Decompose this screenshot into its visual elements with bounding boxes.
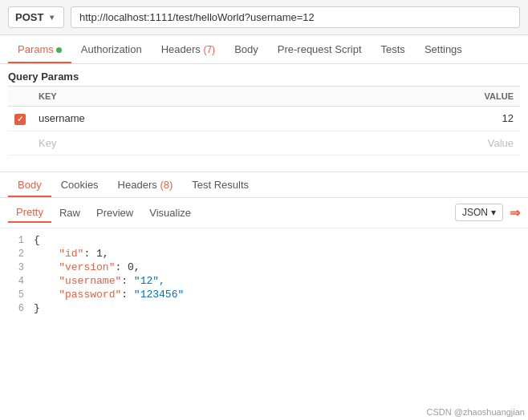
code-val-password: "123456" [128,289,184,301]
placeholder-key[interactable]: Key [32,131,317,155]
response-headers-badge: (8) [160,179,173,191]
line-num-2: 2 [8,248,24,260]
query-params-section: Query Params KEY VALUE ✓ username 12 [0,64,528,155]
line-num-1: 1 [8,235,24,246]
watermark: CSDN @zhaoshuangjian [427,407,525,417]
code-line-5: 5 "password": "123456" [0,288,528,301]
format-tab-raw[interactable]: Raw [51,204,88,222]
response-tabs: Body Cookies Headers (8) Test Results [0,172,528,198]
placeholder-row: Key Value [8,131,520,155]
col-checkbox [8,87,32,107]
code-key-version: "version" [59,261,115,273]
format-tab-preview[interactable]: Preview [88,204,141,222]
table-row: ✓ username 12 [8,107,520,131]
col-key: KEY [32,87,317,107]
query-params-title: Query Params [8,71,520,83]
wrap-icon: ⇒ [510,206,520,220]
code-line-1: 1 { [0,233,528,247]
code-key-id: "id" [59,248,83,260]
params-dot [56,47,62,53]
checkmark-icon: ✓ [17,115,23,123]
wrap-button[interactable]: ⇒ [510,205,520,220]
tab-headers[interactable]: Headers (7) [152,35,225,63]
tab-body[interactable]: Body [225,35,268,63]
param-checkbox[interactable]: ✓ [14,114,26,125]
code-line-2: 2 "id": 1, [0,247,528,260]
close-brace: } [34,302,40,314]
code-area: 1 { 2 "id": 1, 3 "version": 0, 4 "userna… [0,228,528,320]
format-tab-visualize[interactable]: Visualize [141,204,199,222]
line-num-4: 4 [8,276,24,287]
tab-authorization[interactable]: Authorization [71,35,152,63]
json-chevron-icon: ▾ [491,207,496,218]
url-input[interactable] [71,6,520,28]
format-row: Pretty Raw Preview Visualize JSON ▾ ⇒ [0,198,528,228]
empty-checkbox-cell [8,131,32,155]
params-table: KEY VALUE ✓ username 12 Key Value [8,86,520,155]
method-select[interactable]: POST ▾ [8,6,64,28]
col-value: VALUE [317,87,520,107]
response-tab-test-results[interactable]: Test Results [182,172,258,197]
method-label: POST [15,11,43,23]
response-tab-headers[interactable]: Headers (8) [108,172,183,197]
line-num-3: 3 [8,262,24,273]
response-tab-cookies[interactable]: Cookies [51,172,108,197]
tab-settings[interactable]: Settings [415,35,472,63]
tab-params[interactable]: Params [8,35,71,63]
placeholder-value[interactable]: Value [317,131,520,155]
request-tabs: Params Authorization Headers (7) Body Pr… [0,35,528,64]
format-tab-pretty[interactable]: Pretty [8,203,51,223]
url-bar: POST ▾ [0,0,528,35]
line-num-6: 6 [8,303,24,314]
code-line-4: 4 "username": "12", [0,274,528,288]
code-line-3: 3 "version": 0, [0,260,528,274]
code-key-username: "username" [59,275,121,287]
headers-badge: (7) [203,44,215,55]
tab-prerequest[interactable]: Pre-request Script [268,35,372,63]
tab-tests[interactable]: Tests [372,35,415,63]
json-format-select[interactable]: JSON ▾ [455,204,503,221]
param-key[interactable]: username [32,107,317,131]
json-label: JSON [462,207,488,218]
line-num-5: 5 [8,289,24,301]
response-tab-body[interactable]: Body [8,172,51,197]
code-key-password: "password" [59,289,121,301]
code-val-version: 0, [121,261,140,273]
open-brace: { [34,234,40,246]
code-val-id: 1, [90,248,108,260]
code-val-username: "12", [128,275,165,287]
param-value[interactable]: 12 [317,107,520,131]
method-chevron-icon: ▾ [50,13,54,22]
checkbox-cell[interactable]: ✓ [8,107,32,131]
code-line-6: 6 } [0,301,528,315]
